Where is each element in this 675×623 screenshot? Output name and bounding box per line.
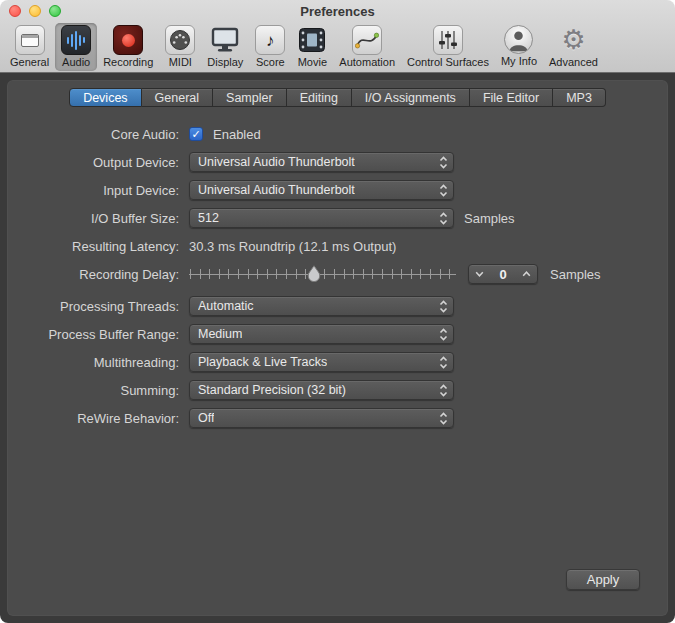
audio-waveform-icon xyxy=(61,25,91,55)
traffic-lights xyxy=(9,5,61,17)
io-buffer-size-label: I/O Buffer Size: xyxy=(7,211,189,226)
toolbar-item-label: General xyxy=(10,57,49,68)
process-buffer-range-row: Process Buffer Range: Medium xyxy=(7,324,668,344)
toolbar-item-label: Display xyxy=(207,57,243,68)
content-area: Devices General Sampler Editing I/O Assi… xyxy=(0,73,675,623)
processing-threads-popup[interactable]: Automatic xyxy=(189,296,454,316)
updown-arrows-icon xyxy=(439,384,448,397)
toolbar-item-advanced[interactable]: ⚙ Advanced xyxy=(543,23,604,71)
window-header: Preferences General Audio Recording xyxy=(0,0,675,73)
toolbar-item-audio[interactable]: Audio xyxy=(55,23,97,71)
monitor-icon xyxy=(210,25,240,55)
updown-arrows-icon xyxy=(439,212,448,225)
updown-arrows-icon xyxy=(439,156,448,169)
rewire-behavior-row: ReWire Behavior: Off xyxy=(7,408,668,428)
core-audio-checkbox[interactable]: ✓ xyxy=(189,127,203,141)
minimize-button[interactable] xyxy=(29,5,41,17)
toolbar-item-display[interactable]: Display xyxy=(201,23,249,71)
tab-general[interactable]: General xyxy=(142,88,213,107)
audio-preferences-panel: Devices General Sampler Editing I/O Assi… xyxy=(7,80,668,616)
core-audio-label: Core Audio: xyxy=(7,127,189,142)
toolbar-item-label: Score xyxy=(256,57,285,68)
preferences-window: Preferences General Audio Recording xyxy=(0,0,675,623)
io-buffer-size-row: I/O Buffer Size: 512 Samples xyxy=(7,208,668,228)
midi-connector-icon xyxy=(165,25,195,55)
io-buffer-size-popup[interactable]: 512 xyxy=(189,208,454,228)
updown-arrows-icon xyxy=(439,356,448,369)
core-audio-row: Core Audio: ✓ Enabled xyxy=(7,124,668,144)
toolbar-item-midi[interactable]: MIDI xyxy=(159,23,201,71)
input-device-row: Input Device: Universal Audio Thunderbol… xyxy=(7,180,668,200)
preferences-toolbar: General Audio Recording xyxy=(0,22,675,73)
tab-mp3[interactable]: MP3 xyxy=(553,88,606,107)
toolbar-item-recording[interactable]: Recording xyxy=(97,23,159,71)
rewire-behavior-label: ReWire Behavior: xyxy=(7,411,189,426)
toolbar-item-movie[interactable]: Movie xyxy=(291,23,333,71)
recording-delay-label: Recording Delay: xyxy=(7,267,189,282)
slider-track xyxy=(189,274,456,275)
multithreading-row: Multithreading: Playback & Live Tracks xyxy=(7,352,668,372)
processing-threads-row: Processing Threads: Automatic xyxy=(7,296,668,316)
recording-delay-unit: Samples xyxy=(550,267,601,282)
tab-sampler[interactable]: Sampler xyxy=(213,88,287,107)
tab-devices[interactable]: Devices xyxy=(69,88,141,107)
toolbar-item-my-info[interactable]: My Info xyxy=(495,23,543,70)
toolbar-item-label: MIDI xyxy=(169,57,192,68)
recording-delay-slider[interactable] xyxy=(189,264,456,284)
apply-button[interactable]: Apply xyxy=(566,569,640,590)
stepper-down-icon[interactable] xyxy=(475,271,484,277)
tab-io-assignments[interactable]: I/O Assignments xyxy=(352,88,470,107)
toolbar-item-general[interactable]: General xyxy=(4,23,55,71)
output-device-popup[interactable]: Universal Audio Thunderbolt xyxy=(189,152,454,172)
tab-bar: Devices General Sampler Editing I/O Assi… xyxy=(7,80,668,107)
close-button[interactable] xyxy=(9,5,21,17)
process-buffer-range-label: Process Buffer Range: xyxy=(7,327,189,342)
process-buffer-range-popup[interactable]: Medium xyxy=(189,324,454,344)
toolbar-item-control-surfaces[interactable]: Control Surfaces xyxy=(401,23,495,71)
record-circle-icon xyxy=(113,25,143,55)
toolbar-item-label: Control Surfaces xyxy=(407,57,489,68)
tab-editing[interactable]: Editing xyxy=(287,88,352,107)
updown-arrows-icon xyxy=(439,184,448,197)
recording-delay-value: 0 xyxy=(499,267,506,282)
io-buffer-unit: Samples xyxy=(464,211,515,226)
toolbar-item-label: My Info xyxy=(501,56,537,67)
updown-arrows-icon xyxy=(439,300,448,313)
output-device-label: Output Device: xyxy=(7,155,189,170)
recording-delay-row: Recording Delay: xyxy=(7,264,668,284)
multithreading-popup[interactable]: Playback & Live Tracks xyxy=(189,352,454,372)
resulting-latency-row: Resulting Latency: 30.3 ms Roundtrip (12… xyxy=(7,236,668,256)
resulting-latency-value: 30.3 ms Roundtrip (12.1 ms Output) xyxy=(189,239,396,254)
gear-icon: ⚙ xyxy=(559,25,589,55)
updown-arrows-icon xyxy=(439,328,448,341)
mixer-faders-icon xyxy=(433,25,463,55)
slider-thumb[interactable] xyxy=(307,265,321,283)
input-device-popup[interactable]: Universal Audio Thunderbolt xyxy=(189,180,454,200)
recording-delay-stepper[interactable]: 0 xyxy=(468,264,538,284)
updown-arrows-icon xyxy=(439,412,448,425)
summing-label: Summing: xyxy=(7,383,189,398)
stepper-up-icon[interactable] xyxy=(522,271,531,277)
processing-threads-label: Processing Threads: xyxy=(7,299,189,314)
summing-popup[interactable]: Standard Precision (32 bit) xyxy=(189,380,454,400)
tab-file-editor[interactable]: File Editor xyxy=(470,88,553,107)
window-title: Preferences xyxy=(0,0,675,23)
resulting-latency-label: Resulting Latency: xyxy=(7,239,189,254)
multithreading-label: Multithreading: xyxy=(7,355,189,370)
music-note-icon: ♪ xyxy=(255,25,285,55)
input-device-label: Input Device: xyxy=(7,183,189,198)
automation-curve-icon xyxy=(352,25,382,55)
person-icon xyxy=(504,25,533,54)
rewire-behavior-popup[interactable]: Off xyxy=(189,408,454,428)
toolbar-item-score[interactable]: ♪ Score xyxy=(249,23,291,71)
output-device-row: Output Device: Universal Audio Thunderbo… xyxy=(7,152,668,172)
toolbar-item-automation[interactable]: Automation xyxy=(333,23,401,71)
toolbar-item-label: Advanced xyxy=(549,57,598,68)
summing-row: Summing: Standard Precision (32 bit) xyxy=(7,380,668,400)
devices-form: Core Audio: ✓ Enabled Output Device: Uni… xyxy=(7,124,668,428)
toolbar-item-label: Recording xyxy=(103,57,153,68)
toolbar-item-label: Movie xyxy=(298,57,327,68)
toolbar-item-label: Automation xyxy=(339,57,395,68)
zoom-button[interactable] xyxy=(49,5,61,17)
titlebar[interactable]: Preferences xyxy=(0,0,675,22)
